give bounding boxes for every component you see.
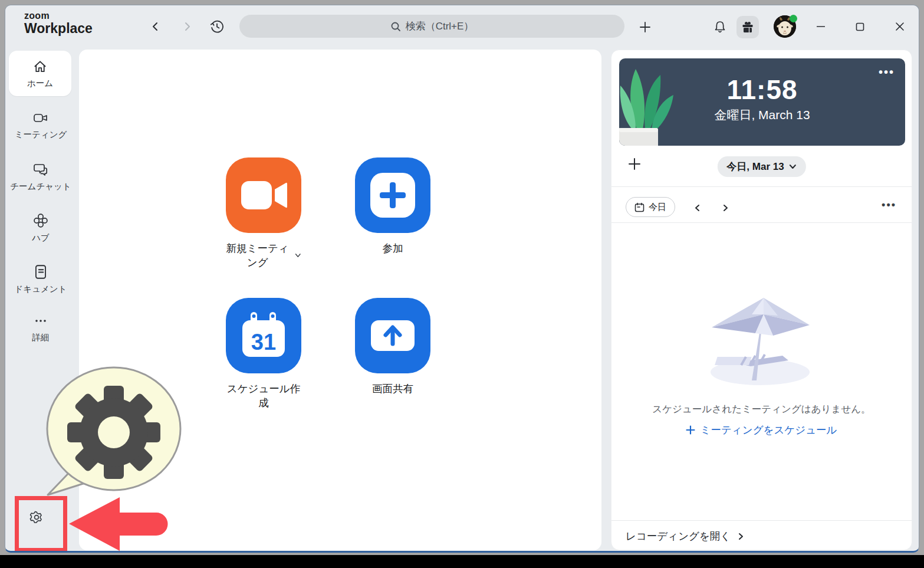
new-meeting-tile[interactable]: 新規ミーティング <box>226 157 301 270</box>
previous-day-button[interactable] <box>688 199 706 216</box>
bell-icon <box>713 20 727 34</box>
chevron-down-icon <box>789 164 797 169</box>
chevron-down-icon[interactable] <box>295 252 301 258</box>
plus-icon <box>355 157 430 233</box>
svg-text:31: 31 <box>251 330 276 354</box>
sidebar-item-meetings[interactable]: ミーティング <box>8 110 74 140</box>
home-icon <box>32 59 48 74</box>
new-tab-button[interactable] <box>634 16 656 38</box>
title-bar: zoom Workplace 検索（Ctrl+E） <box>5 5 919 47</box>
chevron-right-icon <box>722 204 729 212</box>
sidebar-item-label: ハブ <box>8 232 74 244</box>
search-placeholder: 検索（Ctrl+E） <box>406 19 474 33</box>
close-button[interactable] <box>887 16 912 37</box>
close-icon <box>895 22 905 31</box>
minimize-icon <box>816 22 826 31</box>
chevron-left-icon <box>693 204 701 212</box>
divider <box>611 222 912 223</box>
desktop-background: zoom Workplace 検索（Ctrl+E） <box>0 0 924 555</box>
share-screen-tile[interactable]: 画面共有 <box>355 298 430 396</box>
sidebar-item-hub[interactable]: ハブ <box>8 212 74 244</box>
back-button[interactable] <box>146 17 166 36</box>
notifications-button[interactable] <box>709 16 731 38</box>
search-input[interactable]: 検索（Ctrl+E） <box>239 15 624 38</box>
schedule-squircle: 31 <box>226 298 301 373</box>
sidebar-item-label: ミーティング <box>8 129 74 140</box>
zoom-workplace-window: zoom Workplace 検索（Ctrl+E） <box>5 5 919 553</box>
share-screen-squircle <box>355 298 430 373</box>
join-tile[interactable]: 参加 <box>355 157 430 255</box>
logo-workplace-text: Workplace <box>24 21 93 35</box>
schedule-meeting-link-label: ミーティングをスケジュール <box>700 423 837 437</box>
new-meeting-squircle <box>226 157 301 233</box>
join-squircle <box>355 157 430 233</box>
clock-more-button[interactable]: ••• <box>879 65 895 79</box>
sidebar-item-label: ドキュメント <box>8 284 74 295</box>
date-selector-pill[interactable]: 今日, Mar 13 <box>717 156 805 177</box>
ellipsis-icon <box>33 313 48 329</box>
history-clock-icon <box>209 19 225 34</box>
schedule-tile[interactable]: 31 スケジュール作成 <box>226 298 301 410</box>
maximize-icon <box>856 22 864 31</box>
video-camera-icon <box>226 157 301 233</box>
back-chevron-icon <box>151 22 160 31</box>
logo-zoom-text: zoom <box>24 11 93 21</box>
settings-callout-bubble <box>40 364 187 501</box>
plant-illustration <box>619 58 690 146</box>
schedule-meeting-link[interactable]: ミーティングをスケジュール <box>611 423 912 437</box>
chat-bubbles-icon <box>32 161 49 178</box>
divider <box>611 186 912 187</box>
plus-icon <box>639 21 651 33</box>
beach-umbrella-illustration <box>694 291 830 388</box>
calendar-header-row: 今日, Mar 13 <box>611 150 912 186</box>
chevron-right-icon <box>738 532 744 541</box>
calendar-icon: 31 <box>226 298 301 373</box>
sidebar-item-team-chat[interactable]: チームチャット <box>8 161 74 192</box>
pointer-arrow <box>67 495 173 553</box>
search-icon <box>390 21 401 32</box>
schedule-panel: 11:58 金曜日, March 13 ••• 今日, Mar 13 今日 <box>611 50 912 550</box>
sidebar-item-more[interactable]: 詳細 <box>8 313 74 343</box>
gift-icon <box>741 21 754 34</box>
new-meeting-label: 新規ミーティング <box>226 241 289 270</box>
zoom-workplace-logo: zoom Workplace <box>24 11 93 35</box>
sidebar-item-label: 詳細 <box>8 332 74 343</box>
date-pill-label: 今日, Mar 13 <box>726 160 784 173</box>
calendar-small-icon <box>634 202 645 212</box>
add-meeting-button[interactable] <box>623 153 646 175</box>
video-camera-icon <box>32 110 49 126</box>
today-button-label: 今日 <box>649 202 666 213</box>
forward-button[interactable] <box>177 17 197 36</box>
minimize-button[interactable] <box>808 16 833 37</box>
presence-status-dot <box>790 15 797 22</box>
calendar-more-button[interactable]: ••• <box>882 199 896 211</box>
schedule-label: スケジュール作成 <box>226 382 301 410</box>
plus-icon <box>686 425 695 435</box>
share-screen-up-arrow-icon <box>355 298 430 373</box>
history-button[interactable] <box>207 17 227 36</box>
forward-chevron-icon <box>182 22 192 31</box>
open-recordings-label: レコーディングを開く <box>626 529 731 543</box>
document-icon <box>33 264 48 280</box>
open-recordings-link[interactable]: レコーディングを開く <box>626 529 744 543</box>
whats-new-button[interactable] <box>736 16 759 38</box>
maximize-button[interactable] <box>847 16 872 37</box>
today-button[interactable]: 今日 <box>626 197 675 217</box>
settings-highlight-box <box>15 496 67 552</box>
sidebar-item-home[interactable]: ホーム <box>9 51 71 96</box>
sidebar-item-label: チームチャット <box>8 181 74 192</box>
clock-card: 11:58 金曜日, March 13 ••• <box>619 58 905 146</box>
next-day-button[interactable] <box>716 199 734 216</box>
hub-clover-icon <box>32 212 49 229</box>
no-meetings-text: スケジュールされたミーティングはありません。 <box>611 403 912 416</box>
join-label: 参加 <box>383 241 403 255</box>
sidebar-item-documents[interactable]: ドキュメント <box>8 264 74 295</box>
plus-icon <box>628 157 641 170</box>
recordings-row: レコーディングを開く <box>611 521 912 551</box>
gear-icon <box>67 386 160 479</box>
sidebar-item-label: ホーム <box>9 78 71 89</box>
share-screen-label: 画面共有 <box>372 382 413 396</box>
